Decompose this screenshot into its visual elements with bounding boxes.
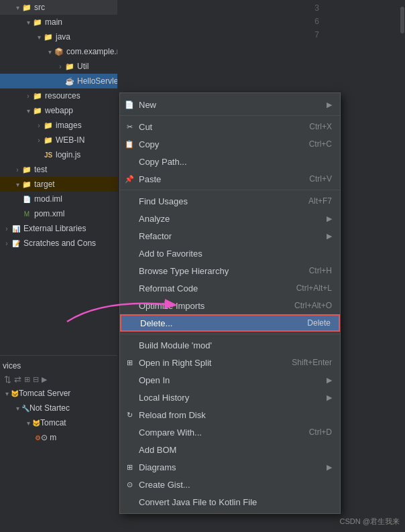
tree-label-main: main [45, 17, 62, 27]
tree-item-main[interactable]: 📁 main [0, 15, 117, 29]
toolbar-btn-5[interactable]: ▶ [42, 375, 47, 384]
scrollbar-thumb[interactable] [400, 7, 404, 34]
menu-item-reload[interactable]: ↻ Reload from Disk [120, 406, 340, 423]
menu-item-copy[interactable]: 📋 Copy Ctrl+C [120, 135, 340, 153]
tree-label-modiml: mod.iml [34, 194, 62, 204]
new-icon: 📄 [124, 99, 135, 110]
menu-item-compare[interactable]: Compare With... Ctrl+D [120, 423, 340, 441]
tree-label-util: Util [77, 62, 89, 71]
menu-item-local-history[interactable]: Local History ▶ [120, 389, 340, 406]
menu-item-favorites[interactable]: Add to Favorites [120, 245, 340, 262]
analyze-icon [124, 213, 135, 224]
tree-label-extlibs: External Libraries [23, 224, 86, 233]
tree-item-not-started[interactable]: 🔧 Not Startec [0, 401, 117, 415]
tomcatsub-icon: 🐱 [32, 419, 40, 427]
menu-label-copy: Copy [139, 139, 296, 149]
arrow-target [13, 181, 21, 188]
folder-icon-main: 📁 [32, 17, 43, 27]
tomcatsub-label: Tomcat [40, 418, 66, 427]
menu-item-open-right[interactable]: ⊞ Open in Right Split Shift+Enter [120, 354, 340, 371]
tree-label-loginjs: login.js [56, 150, 80, 159]
toolbar-btn-2[interactable]: ⇄ [14, 375, 21, 385]
services-label: vices [0, 358, 117, 373]
toolbar-btn-4[interactable]: ⊟ [33, 375, 39, 384]
menu-label-copy-path: Copy Path... [139, 157, 332, 167]
menu-label-reload: Reload from Disk [139, 410, 332, 420]
tree-item-helloservlet[interactable]: › ☕ HelloServlet [0, 74, 117, 88]
tree-label-images: images [56, 121, 82, 130]
arrow-tomcat [3, 390, 11, 397]
tree-item-tomcat-sub[interactable]: 🐱 Tomcat [0, 415, 117, 430]
compare-icon [124, 427, 135, 438]
folder-icon-images: 📁 [43, 120, 54, 131]
toolbar-btn-3[interactable]: ⊞ [24, 375, 30, 384]
tree-item-tomcat-m[interactable]: ⚙ ⊙ m [0, 430, 117, 445]
tomcat-m-label: ⊙ m [41, 433, 56, 442]
delete-icon [125, 318, 136, 328]
notstarted-label: Not Startec [30, 403, 70, 413]
menu-label-optimize: Optimize Imports [139, 301, 281, 311]
menu-item-diagrams[interactable]: ⊞ Diagrams ▶ [120, 458, 340, 476]
open-right-icon: ⊞ [124, 357, 135, 368]
sep-1 [120, 115, 340, 116]
tree-item-webapp[interactable]: 📁 webapp [0, 103, 117, 118]
menu-label-build-module: Build Module 'mod' [139, 340, 332, 350]
shortcut-optimize: Ctrl+Alt+O [294, 301, 332, 310]
shortcut-open-right: Shift+Enter [292, 358, 332, 367]
tree-item-loginjs[interactable]: › JS login.js [0, 147, 117, 162]
tree-item-test[interactable]: 📁 test [0, 162, 117, 177]
menu-item-copy-path[interactable]: Copy Path... [120, 153, 340, 170]
menu-item-cut[interactable]: ✂ Cut Ctrl+X [120, 118, 340, 135]
open-in-icon [124, 375, 135, 385]
menu-item-new[interactable]: 📄 New ▶ [120, 96, 340, 113]
arrow-tomcatsub [24, 419, 32, 427]
scrollbar-track [400, 0, 405, 532]
folder-icon-webin: 📁 [43, 135, 54, 145]
menu-item-optimize[interactable]: Optimize Imports Ctrl+Alt+O [120, 297, 340, 314]
menu-label-favorites: Add to Favorites [139, 249, 332, 259]
tree-item-webin[interactable]: 📁 WEB-IN [0, 133, 117, 147]
menu-label-find-usages: Find Usages [139, 196, 295, 206]
tree-item-tomcat[interactable]: 🐱 Tomcat Server [0, 386, 117, 401]
tree-label-hello: HelloServlet [77, 76, 117, 86]
tree-item-ext-libs[interactable]: 📊 External Libraries [0, 221, 117, 236]
tree-item-com-example[interactable]: 📦 com.example.mod [0, 44, 117, 59]
tree-label-webapp: webapp [45, 106, 73, 115]
menu-item-reformat[interactable]: Reformat Code Ctrl+Alt+L [120, 279, 340, 297]
arrow-util [56, 63, 64, 70]
menu-item-paste[interactable]: 📌 Paste Ctrl+V [120, 170, 340, 188]
toolbar-btn-1[interactable]: ⇅ [4, 375, 11, 385]
shortcut-find-usages: Alt+F7 [308, 196, 332, 206]
tree-item-util[interactable]: 📁 Util [0, 59, 117, 74]
menu-item-hierarchy[interactable]: Browse Type Hierarchy Ctrl+H [120, 262, 340, 279]
menu-item-build-module[interactable]: Build Module 'mod' [120, 336, 340, 354]
tree-item-src[interactable]: 📁 src [0, 0, 117, 15]
sep-3 [120, 334, 340, 334]
menu-item-find-usages[interactable]: Find Usages Alt+F7 [120, 192, 340, 210]
menu-item-refactor[interactable]: Refactor ▶ [120, 227, 340, 245]
sep-2 [120, 190, 340, 190]
menu-item-open-in[interactable]: Open In ▶ [120, 371, 340, 389]
notstarted-icon: 🔧 [21, 405, 30, 412]
scratches-icon: 📝 [11, 238, 21, 249]
menu-item-gist[interactable]: ⊙ Create Gist... [120, 476, 340, 493]
menu-item-add-bom[interactable]: Add BOM [120, 441, 340, 458]
shortcut-copy: Ctrl+C [309, 139, 332, 149]
history-icon [124, 392, 135, 403]
tree-item-scratches[interactable]: 📝 Scratches and Cons [0, 236, 117, 251]
paste-icon: 📌 [124, 174, 135, 184]
menu-item-analyze[interactable]: Analyze ▶ [120, 210, 340, 227]
tree-label-webin: WEB-IN [56, 135, 84, 145]
tree-item-modiml[interactable]: › 📄 mod.iml [0, 192, 117, 206]
favorites-icon [124, 248, 135, 259]
folder-icon-test: 📁 [21, 164, 32, 175]
menu-item-delete[interactable]: Delete... Delete [120, 314, 340, 332]
tree-item-pomxml[interactable]: › M pom.xml [0, 206, 117, 221]
folder-icon-util: 📁 [64, 61, 75, 72]
diagrams-icon: ⊞ [124, 462, 135, 472]
tree-item-images[interactable]: 📁 images [0, 118, 117, 133]
menu-item-convert-kotlin[interactable]: Convert Java File to Kotlin File [120, 493, 340, 511]
tree-item-resources[interactable]: 📁 resources [0, 88, 117, 103]
tree-item-target[interactable]: 📁 target [0, 177, 117, 192]
tree-item-java[interactable]: 📁 java [0, 29, 117, 44]
